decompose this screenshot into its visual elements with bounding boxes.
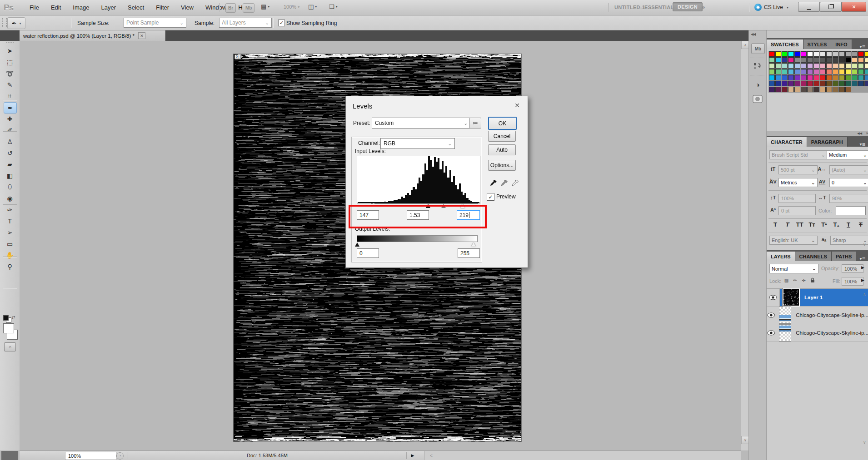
swatch[interactable] [775, 81, 781, 86]
output-highlight-slider[interactable] [471, 242, 476, 247]
panel-menu-icon[interactable]: ▾≣ [860, 44, 868, 49]
move-tool[interactable]: ➤ [4, 45, 16, 56]
swatch[interactable] [852, 81, 858, 86]
status-menu-arrow-icon[interactable]: ▶ [409, 452, 417, 459]
black-point-eyedropper-icon[interactable] [489, 179, 498, 187]
swatch[interactable] [794, 75, 800, 80]
faux-style-button-7[interactable]: Ŧ [856, 221, 866, 228]
swatch[interactable] [833, 69, 838, 74]
mini-bridge-panel-button[interactable]: Mb [751, 43, 765, 54]
swatch[interactable] [788, 87, 794, 92]
adjustments-panel-icon[interactable]: ◑ [753, 79, 763, 89]
swatch[interactable] [769, 57, 775, 63]
swatch[interactable] [852, 63, 858, 69]
zoom-tool[interactable]: ⚲ [4, 261, 16, 272]
anti-alias-dropdown[interactable]: Sharp ⌄ [830, 236, 868, 245]
cs-live-button[interactable]: ✸ CS Live ▾ [754, 4, 788, 11]
swatch[interactable] [826, 87, 832, 92]
kerning-dropdown[interactable]: Metrics ⌄ [778, 178, 818, 187]
swatch[interactable] [820, 57, 826, 63]
swatch[interactable] [794, 57, 800, 63]
swatch[interactable] [769, 63, 775, 69]
layer-visibility-toggle[interactable] [767, 307, 776, 324]
lock-pixels-icon[interactable]: ✏ [792, 277, 798, 283]
ok-button[interactable]: OK [488, 117, 517, 130]
swatch[interactable] [769, 87, 775, 92]
tool-preset-button[interactable]: ✒ ▾ [7, 17, 25, 29]
vertical-scrollbar[interactable]: ∧ ∨ [741, 41, 748, 450]
swatch[interactable] [801, 63, 807, 69]
preset-options-button[interactable]: ≔ [469, 118, 481, 129]
menu-layer[interactable]: Layer [95, 0, 122, 15]
swatch[interactable] [782, 69, 788, 74]
pen-tool[interactable]: ✑ [4, 204, 16, 215]
swatch[interactable] [788, 63, 794, 69]
faux-style-button-4[interactable]: T¹ [819, 221, 829, 228]
blur-tool[interactable]: ⬯ [4, 182, 16, 192]
swatch[interactable] [769, 81, 775, 86]
screen-mode-button[interactable]: ❏ ▾ [329, 3, 338, 10]
history-panel-icon[interactable] [753, 61, 763, 71]
preset-dropdown[interactable]: Custom ⌄ [372, 118, 471, 129]
swatch[interactable] [839, 57, 845, 63]
swatch[interactable] [788, 51, 794, 57]
swatch[interactable] [845, 51, 851, 57]
close-icon[interactable]: ✕ [866, 132, 868, 135]
swatch[interactable] [864, 69, 868, 74]
document-tab[interactable]: water reflection.psd @ 100% (Layer 1, RG… [20, 30, 166, 41]
swatch[interactable] [769, 69, 775, 74]
leading-dropdown[interactable]: (Auto) ⌄ [829, 165, 868, 174]
swatch[interactable] [852, 69, 858, 74]
swatch[interactable] [801, 69, 807, 74]
swatch[interactable] [852, 57, 858, 63]
language-dropdown[interactable]: English: UK ⌄ [769, 236, 818, 245]
marquee-tool[interactable]: ⬚ [4, 57, 16, 67]
show-sampling-ring-checkbox[interactable]: ✓ [278, 20, 285, 26]
swatch[interactable] [807, 57, 813, 63]
swatch[interactable] [845, 57, 851, 63]
swatch[interactable] [852, 51, 858, 57]
opacity-slider-arrow-icon[interactable]: ▶ [861, 265, 864, 270]
swatch[interactable] [807, 75, 813, 80]
tracking-dropdown[interactable]: 0 ⌄ [829, 178, 868, 187]
swatch[interactable] [794, 51, 800, 57]
swatch[interactable] [813, 51, 819, 57]
swatch[interactable] [826, 81, 832, 86]
swatch[interactable] [794, 87, 800, 92]
swatch[interactable] [775, 51, 781, 57]
swatch[interactable] [782, 81, 788, 86]
swatch[interactable] [864, 75, 868, 80]
swatch[interactable] [788, 69, 794, 74]
restore-button[interactable] [820, 2, 842, 12]
swatch[interactable] [839, 63, 845, 69]
output-highlight-field[interactable]: 255 [458, 248, 480, 258]
faux-style-button-6[interactable]: T [843, 221, 853, 228]
swatch[interactable] [788, 75, 794, 80]
clone-stamp-tool[interactable]: ♙ [4, 136, 16, 147]
lock-position-icon[interactable]: ✛ [800, 277, 807, 283]
swatch[interactable] [782, 87, 788, 92]
swatch[interactable] [782, 63, 788, 69]
layer-thumbnail[interactable] [779, 324, 791, 341]
swatch[interactable] [833, 75, 838, 80]
view-extras-button[interactable]: ▤ ▾ [261, 3, 269, 10]
options-button[interactable]: Options... [488, 160, 516, 171]
swatch[interactable] [839, 51, 845, 57]
eyedropper-tool[interactable]: ✒ [4, 102, 17, 114]
minimize-button[interactable]: ▁ [798, 2, 820, 12]
workspace-overflow-chevron[interactable]: » [702, 4, 705, 10]
swatch[interactable] [801, 51, 807, 57]
gradient-tool[interactable]: ◧ [4, 170, 16, 181]
hand-tool[interactable]: ✋ [4, 250, 16, 260]
path-selection-tool[interactable]: ➢ [4, 227, 16, 237]
preview-checkbox[interactable]: ✓ [487, 193, 494, 201]
scroll-down-icon[interactable]: ∨ [863, 242, 866, 247]
swatch[interactable] [858, 81, 864, 86]
swatch[interactable] [820, 69, 826, 74]
workspace-design[interactable]: DESIGN [673, 2, 703, 11]
text-color-swatch[interactable] [836, 206, 866, 215]
auto-button[interactable]: Auto [488, 144, 516, 155]
swatch[interactable] [801, 75, 807, 80]
menu-filter[interactable]: Filter [150, 0, 175, 15]
swatch[interactable] [826, 51, 832, 57]
